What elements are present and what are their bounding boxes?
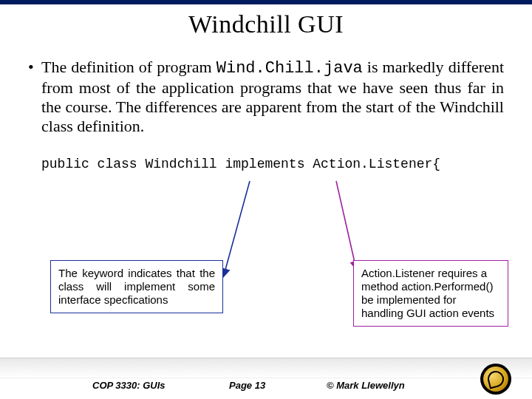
callout-actionlistener: Action.Listener requires a method action… [353, 260, 508, 327]
footer-page: Page 13 [229, 380, 265, 391]
logo-glyph [486, 369, 506, 389]
footer-course: COP 3330: GUIs [92, 380, 166, 391]
slide-title: Windchill GUI [0, 10, 532, 38]
logo-gold-circle [483, 366, 508, 392]
logo-outer-circle [480, 364, 511, 395]
bullet-marker: • [28, 58, 41, 77]
bullet-item: • The definition of program Wind.Chill.j… [28, 58, 504, 136]
bullet-text-before: The definition of program [41, 58, 216, 76]
bullet-code: Wind.Chill.java [216, 59, 363, 78]
footer-gradient [0, 358, 532, 378]
bullet-text: The definition of program Wind.Chill.jav… [41, 58, 504, 136]
top-rule [0, 0, 532, 4]
footer-copyright: © Mark Llewellyn [327, 380, 405, 391]
footer: COP 3330: GUIs Page 13 © Mark Llewellyn [0, 358, 532, 399]
ucf-logo [480, 364, 511, 395]
svg-line-0 [225, 181, 250, 270]
content-area: • The definition of program Wind.Chill.j… [28, 58, 504, 171]
callout-implements: The keyword indicates that the class wil… [50, 260, 223, 313]
svg-line-1 [336, 181, 355, 262]
code-line: public class Windchill implements Action… [41, 157, 504, 171]
